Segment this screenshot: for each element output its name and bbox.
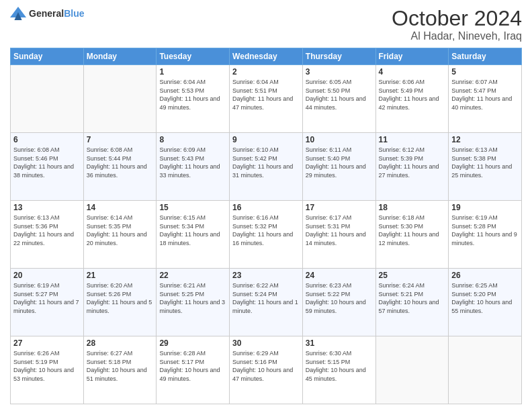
- logo-icon: [10, 7, 26, 20]
- day-info: Sunrise: 6:25 AM Sunset: 5:20 PM Dayligh…: [451, 281, 519, 315]
- day-number: 30: [232, 338, 300, 348]
- day-info: Sunrise: 6:09 AM Sunset: 5:43 PM Dayligh…: [159, 146, 226, 179]
- day-number: 6: [13, 135, 81, 144]
- day-number: 25: [379, 271, 446, 280]
- day-info: Sunrise: 6:22 AM Sunset: 5:24 PM Dayligh…: [232, 281, 300, 315]
- day-number: 13: [13, 203, 81, 212]
- day-cell: 22Sunrise: 6:21 AM Sunset: 5:25 PM Dayli…: [157, 269, 230, 336]
- day-info: Sunrise: 6:15 AM Sunset: 5:34 PM Dayligh…: [159, 214, 226, 247]
- day-info: Sunrise: 6:08 AM Sunset: 5:44 PM Dayligh…: [87, 146, 154, 179]
- day-cell: 10Sunrise: 6:11 AM Sunset: 5:40 PM Dayli…: [302, 133, 375, 201]
- day-cell: 13Sunrise: 6:13 AM Sunset: 5:36 PM Dayli…: [11, 201, 84, 269]
- day-cell: 23Sunrise: 6:22 AM Sunset: 5:24 PM Dayli…: [230, 269, 303, 336]
- day-info: Sunrise: 6:23 AM Sunset: 5:22 PM Dayligh…: [306, 281, 373, 315]
- day-info: Sunrise: 6:21 AM Sunset: 5:25 PM Dayligh…: [159, 281, 226, 315]
- header-sunday: Sunday: [11, 48, 84, 65]
- day-number: 19: [451, 203, 519, 212]
- calendar-table: Sunday Monday Tuesday Wednesday Thursday…: [10, 48, 522, 404]
- day-cell: 26Sunrise: 6:25 AM Sunset: 5:20 PM Dayli…: [449, 269, 522, 336]
- day-cell: 6Sunrise: 6:08 AM Sunset: 5:46 PM Daylig…: [11, 133, 84, 201]
- day-info: Sunrise: 6:04 AM Sunset: 5:51 PM Dayligh…: [232, 78, 300, 111]
- day-info: Sunrise: 6:14 AM Sunset: 5:35 PM Dayligh…: [87, 214, 154, 247]
- day-cell: 20Sunrise: 6:19 AM Sunset: 5:27 PM Dayli…: [11, 269, 84, 336]
- day-info: Sunrise: 6:11 AM Sunset: 5:40 PM Dayligh…: [306, 146, 373, 179]
- day-cell: 31Sunrise: 6:30 AM Sunset: 5:15 PM Dayli…: [302, 336, 375, 404]
- day-cell: 28Sunrise: 6:27 AM Sunset: 5:18 PM Dayli…: [83, 336, 157, 404]
- header-saturday: Saturday: [449, 48, 522, 65]
- day-number: 10: [306, 135, 373, 144]
- header-monday: Monday: [83, 48, 157, 65]
- day-cell: 7Sunrise: 6:08 AM Sunset: 5:44 PM Daylig…: [83, 133, 157, 201]
- header-thursday: Thursday: [302, 48, 375, 65]
- day-number: 15: [159, 203, 226, 212]
- title-section: October 2024 Al Hadar, Nineveh, Iraq: [392, 7, 522, 42]
- day-cell: 19Sunrise: 6:19 AM Sunset: 5:28 PM Dayli…: [449, 201, 522, 269]
- day-number: 3: [306, 67, 373, 77]
- day-cell: 1Sunrise: 6:04 AM Sunset: 5:53 PM Daylig…: [157, 65, 230, 133]
- day-cell: 29Sunrise: 6:28 AM Sunset: 5:17 PM Dayli…: [157, 336, 230, 404]
- day-number: 31: [306, 338, 373, 348]
- day-number: 2: [232, 67, 300, 77]
- day-info: Sunrise: 6:30 AM Sunset: 5:15 PM Dayligh…: [306, 349, 373, 383]
- day-number: 28: [87, 338, 154, 348]
- day-number: 5: [451, 67, 519, 77]
- day-number: 14: [87, 203, 154, 212]
- day-info: Sunrise: 6:18 AM Sunset: 5:30 PM Dayligh…: [379, 214, 446, 247]
- day-cell: [449, 336, 522, 404]
- week-row-3: 13Sunrise: 6:13 AM Sunset: 5:36 PM Dayli…: [11, 201, 522, 269]
- day-info: Sunrise: 6:13 AM Sunset: 5:36 PM Dayligh…: [13, 214, 81, 247]
- day-number: 24: [306, 271, 373, 280]
- day-cell: 3Sunrise: 6:05 AM Sunset: 5:50 PM Daylig…: [302, 65, 375, 133]
- day-info: Sunrise: 6:20 AM Sunset: 5:26 PM Dayligh…: [87, 281, 154, 315]
- day-info: Sunrise: 6:17 AM Sunset: 5:31 PM Dayligh…: [306, 214, 373, 247]
- header-wednesday: Wednesday: [230, 48, 303, 65]
- day-cell: 9Sunrise: 6:10 AM Sunset: 5:42 PM Daylig…: [230, 133, 303, 201]
- day-cell: 2Sunrise: 6:04 AM Sunset: 5:51 PM Daylig…: [230, 65, 303, 133]
- day-info: Sunrise: 6:27 AM Sunset: 5:18 PM Dayligh…: [87, 349, 154, 383]
- day-number: 17: [306, 203, 373, 212]
- day-info: Sunrise: 6:19 AM Sunset: 5:28 PM Dayligh…: [451, 214, 519, 247]
- day-info: Sunrise: 6:13 AM Sunset: 5:38 PM Dayligh…: [451, 146, 519, 179]
- header-tuesday: Tuesday: [157, 48, 230, 65]
- day-info: Sunrise: 6:26 AM Sunset: 5:19 PM Dayligh…: [13, 349, 81, 383]
- day-cell: 11Sunrise: 6:12 AM Sunset: 5:39 PM Dayli…: [375, 133, 449, 201]
- day-number: 22: [159, 271, 226, 280]
- day-cell: 5Sunrise: 6:07 AM Sunset: 5:47 PM Daylig…: [449, 65, 522, 133]
- page: GeneralBlue October 2024 Al Hadar, Ninev…: [0, 0, 532, 411]
- day-number: 21: [87, 271, 154, 280]
- day-number: 27: [13, 338, 81, 348]
- day-cell: 17Sunrise: 6:17 AM Sunset: 5:31 PM Dayli…: [302, 201, 375, 269]
- day-cell: [83, 65, 157, 133]
- day-cell: [375, 336, 449, 404]
- logo-general: GeneralBlue: [29, 7, 84, 19]
- day-cell: 16Sunrise: 6:16 AM Sunset: 5:32 PM Dayli…: [230, 201, 303, 269]
- day-cell: 14Sunrise: 6:14 AM Sunset: 5:35 PM Dayli…: [83, 201, 157, 269]
- week-row-2: 6Sunrise: 6:08 AM Sunset: 5:46 PM Daylig…: [11, 133, 522, 201]
- day-number: 29: [159, 338, 226, 348]
- day-info: Sunrise: 6:19 AM Sunset: 5:27 PM Dayligh…: [13, 281, 81, 315]
- day-cell: 8Sunrise: 6:09 AM Sunset: 5:43 PM Daylig…: [157, 133, 230, 201]
- location-title: Al Hadar, Nineveh, Iraq: [392, 30, 522, 42]
- day-info: Sunrise: 6:06 AM Sunset: 5:49 PM Dayligh…: [379, 78, 446, 111]
- header-friday: Friday: [375, 48, 449, 65]
- day-number: 12: [451, 135, 519, 144]
- day-number: 11: [379, 135, 446, 144]
- day-cell: 24Sunrise: 6:23 AM Sunset: 5:22 PM Dayli…: [302, 269, 375, 336]
- day-info: Sunrise: 6:10 AM Sunset: 5:42 PM Dayligh…: [232, 146, 300, 179]
- day-number: 20: [13, 271, 81, 280]
- weekday-header-row: Sunday Monday Tuesday Wednesday Thursday…: [11, 48, 522, 65]
- day-info: Sunrise: 6:29 AM Sunset: 5:16 PM Dayligh…: [232, 349, 300, 383]
- header: GeneralBlue October 2024 Al Hadar, Ninev…: [10, 7, 522, 42]
- day-cell: 4Sunrise: 6:06 AM Sunset: 5:49 PM Daylig…: [375, 65, 449, 133]
- day-info: Sunrise: 6:12 AM Sunset: 5:39 PM Dayligh…: [379, 146, 446, 179]
- week-row-5: 27Sunrise: 6:26 AM Sunset: 5:19 PM Dayli…: [11, 336, 522, 404]
- day-number: 9: [232, 135, 300, 144]
- day-info: Sunrise: 6:07 AM Sunset: 5:47 PM Dayligh…: [451, 78, 519, 111]
- week-row-4: 20Sunrise: 6:19 AM Sunset: 5:27 PM Dayli…: [11, 269, 522, 336]
- day-cell: 12Sunrise: 6:13 AM Sunset: 5:38 PM Dayli…: [449, 133, 522, 201]
- day-info: Sunrise: 6:04 AM Sunset: 5:53 PM Dayligh…: [159, 78, 226, 111]
- logo: GeneralBlue: [10, 7, 84, 20]
- day-number: 16: [232, 203, 300, 212]
- day-info: Sunrise: 6:24 AM Sunset: 5:21 PM Dayligh…: [379, 281, 446, 315]
- day-info: Sunrise: 6:16 AM Sunset: 5:32 PM Dayligh…: [232, 214, 300, 247]
